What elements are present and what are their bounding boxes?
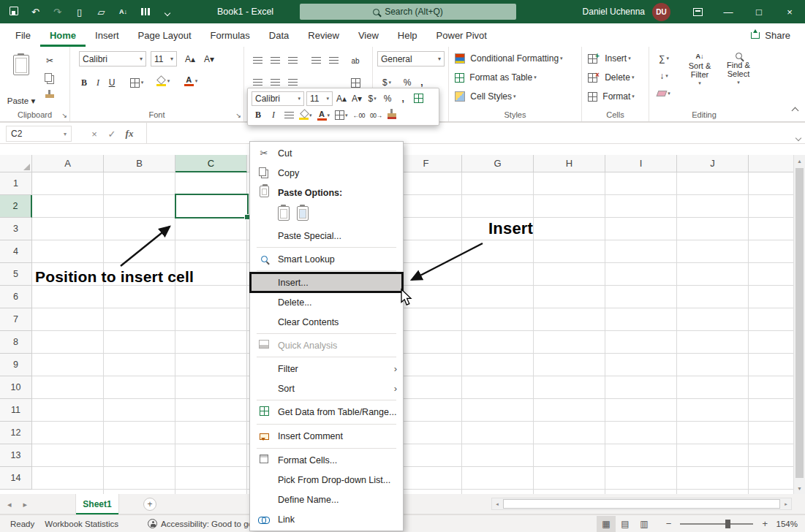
- underline-button[interactable]: U: [105, 75, 118, 91]
- copy-button[interactable]: [41, 70, 58, 86]
- undo-icon[interactable]: ↶: [29, 7, 42, 18]
- zoom-level[interactable]: 154%: [770, 520, 798, 528]
- align-middle-icon[interactable]: [268, 53, 282, 69]
- menu-item-quick-analysis[interactable]: Quick Analysis: [250, 335, 403, 355]
- mini-accounting-icon[interactable]: $▾: [366, 91, 379, 106]
- tab-insert[interactable]: Insert: [86, 23, 129, 47]
- page-break-view-icon[interactable]: ▥: [635, 516, 654, 532]
- menu-item-format-cells[interactable]: Format Cells...: [250, 450, 403, 470]
- column-header-j[interactable]: J: [677, 155, 749, 172]
- font-size-combo[interactable]: 11 ▾: [151, 51, 177, 66]
- clear-button[interactable]: ▾: [654, 86, 674, 102]
- mini-merge-icon[interactable]: [412, 91, 425, 106]
- number-format-combo[interactable]: General ▾: [377, 51, 445, 66]
- formula-bar-expand-icon[interactable]: [796, 130, 801, 143]
- menu-item-pick-from-list[interactable]: Pick From Drop-down List...: [250, 470, 403, 490]
- menu-item-sort[interactable]: Sort›: [250, 379, 403, 398]
- tab-formulas[interactable]: Formulas: [201, 23, 260, 47]
- mini-font-color-button[interactable]: A▾: [316, 108, 332, 123]
- redo-icon[interactable]: ↷: [51, 7, 64, 18]
- open-icon[interactable]: ▱: [95, 7, 107, 18]
- mini-format-painter-icon[interactable]: [385, 108, 398, 123]
- column-header-b[interactable]: B: [104, 155, 175, 172]
- mini-align-icon[interactable]: [282, 108, 295, 123]
- sheet-next-icon[interactable]: ▸: [23, 500, 28, 509]
- row-header-5[interactable]: 5: [0, 263, 32, 286]
- bold-button[interactable]: B: [78, 75, 91, 91]
- selected-cell-c2[interactable]: [175, 194, 249, 218]
- row-header-14[interactable]: 14: [0, 467, 32, 490]
- workbook-statistics[interactable]: Workbook Statistics: [45, 520, 118, 528]
- search-box[interactable]: Search (Alt+Q): [300, 4, 516, 20]
- fill-color-button[interactable]: ▾: [152, 73, 174, 89]
- select-all-corner[interactable]: [0, 155, 32, 172]
- close-button[interactable]: ×: [774, 0, 805, 23]
- menu-item-link[interactable]: Link: [250, 509, 403, 529]
- sheet-tab-sheet1[interactable]: Sheet1: [75, 494, 119, 514]
- avatar[interactable]: DU: [652, 3, 670, 21]
- paste-values-icon[interactable]: [297, 206, 309, 223]
- row-header-11[interactable]: 11: [0, 399, 32, 422]
- cancel-icon[interactable]: ×: [86, 126, 102, 142]
- tab-page-layout[interactable]: Page Layout: [129, 23, 201, 47]
- scroll-down-icon[interactable]: ▼: [794, 482, 805, 494]
- delete-cells-button[interactable]: × Delete▾: [588, 69, 634, 86]
- find-select-button[interactable]: Find & Select ▾: [721, 53, 756, 86]
- row-header-9[interactable]: 9: [0, 354, 32, 376]
- customize-quick-access-icon[interactable]: [161, 7, 173, 18]
- formula-input[interactable]: [146, 123, 783, 143]
- wrap-text-icon[interactable]: ab: [347, 53, 364, 69]
- new-sheet-button[interactable]: +: [143, 498, 156, 511]
- clipboard-dialog-launcher-icon[interactable]: ↘: [61, 112, 67, 119]
- column-header-i[interactable]: I: [605, 155, 677, 172]
- maximize-button[interactable]: □: [744, 0, 774, 23]
- font-name-combo[interactable]: Calibri ▾: [79, 51, 146, 66]
- user-name[interactable]: Daniel Uchenna: [583, 7, 645, 17]
- menu-item-clear-contents[interactable]: Clear Contents: [250, 312, 403, 332]
- row-header-6[interactable]: 6: [0, 286, 32, 308]
- format-painter-button[interactable]: [41, 88, 58, 104]
- column-header-c[interactable]: C: [175, 155, 247, 172]
- ribbon-display-options-icon[interactable]: [682, 0, 713, 23]
- mini-font-size-combo[interactable]: 11▾: [306, 91, 333, 106]
- row-header-4[interactable]: 4: [0, 240, 32, 263]
- mini-bold-button[interactable]: B: [252, 108, 265, 123]
- mini-decrease-decimal-icon[interactable]: ←00: [352, 108, 366, 123]
- scroll-up-icon[interactable]: ▲: [794, 155, 805, 167]
- menu-item-filter[interactable]: Filter›: [250, 359, 403, 379]
- menu-item-smart-lookup[interactable]: Smart Lookup: [250, 249, 403, 269]
- zoom-in-icon[interactable]: +: [760, 518, 770, 529]
- tab-home[interactable]: Home: [40, 23, 86, 47]
- zoom-slider[interactable]: [680, 523, 753, 525]
- collapse-ribbon-icon[interactable]: [793, 105, 798, 115]
- sort-filter-button[interactable]: A↓ Sort & Filter ▾: [681, 53, 718, 86]
- mini-borders-button[interactable]: ▾: [333, 108, 349, 123]
- decrease-indent-icon[interactable]: [309, 53, 323, 69]
- grid-cells[interactable]: [32, 172, 793, 494]
- conditional-formatting-button[interactable]: Conditional Formatting▾: [455, 50, 563, 66]
- row-header-12[interactable]: 12: [0, 422, 32, 444]
- row-header-3[interactable]: 3: [0, 218, 32, 240]
- paste-button[interactable]: Paste ▾: [4, 50, 38, 107]
- mini-increase-font-icon[interactable]: A▴: [335, 91, 348, 106]
- vertical-scrollbar[interactable]: ▲ ▼: [793, 155, 805, 494]
- fill-button[interactable]: ↓▾: [654, 68, 674, 84]
- mini-increase-decimal-icon[interactable]: 00→: [369, 108, 383, 123]
- increase-font-icon[interactable]: A▴: [181, 51, 199, 67]
- column-header-g[interactable]: G: [462, 155, 534, 172]
- menu-item-define-name[interactable]: Define Name...: [250, 490, 403, 509]
- cell-styles-button[interactable]: Cell Styles▾: [455, 88, 516, 104]
- format-cells-button[interactable]: Format▾: [588, 88, 635, 104]
- minimize-button[interactable]: —: [713, 0, 744, 23]
- tab-power-pivot[interactable]: Power Pivot: [427, 23, 496, 47]
- horizontal-scrollbar[interactable]: ◂ ▸: [491, 498, 792, 510]
- tab-review[interactable]: Review: [298, 23, 349, 47]
- column-header-a[interactable]: A: [32, 155, 104, 172]
- new-file-icon[interactable]: ▯: [73, 7, 86, 18]
- insert-function-icon[interactable]: fx: [121, 126, 137, 142]
- row-header-10[interactable]: 10: [0, 376, 32, 399]
- autosum-button[interactable]: ∑▾: [654, 50, 674, 66]
- mini-italic-button[interactable]: I: [267, 108, 280, 123]
- horizontal-scroll-thumb[interactable]: [503, 499, 780, 509]
- scroll-left-icon[interactable]: ◂: [492, 498, 502, 509]
